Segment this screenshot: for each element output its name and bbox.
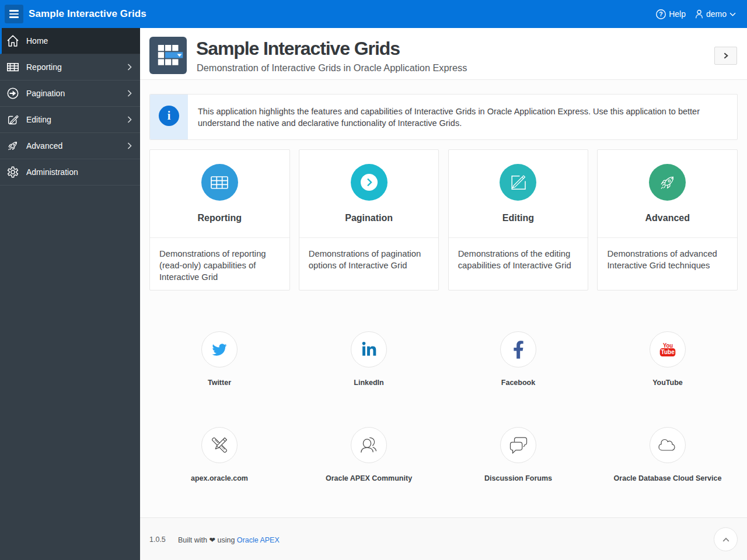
- svg-text:?: ?: [659, 10, 662, 18]
